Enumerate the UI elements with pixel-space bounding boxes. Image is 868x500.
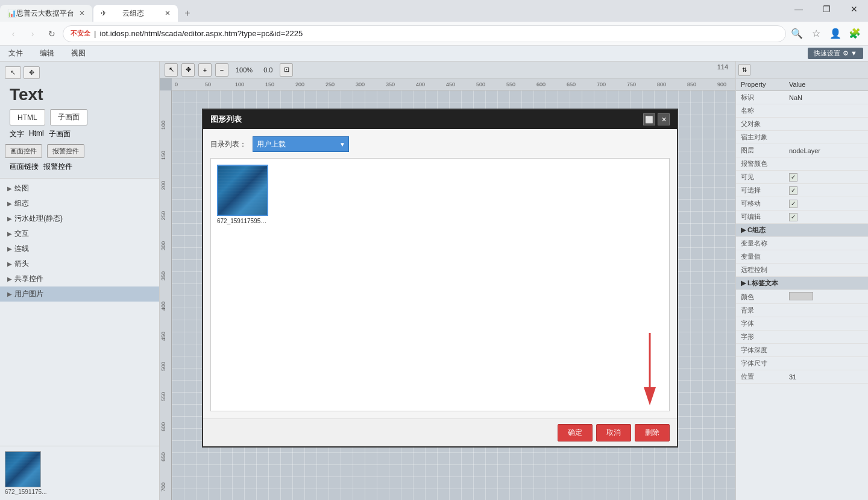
section-row-czutai: ▶ C组态: [736, 224, 868, 237]
tree-label-lianjie: 连线: [14, 244, 29, 254]
address-bar[interactable]: 不安全 | iot.idosp.net/html/scada/editor.as…: [63, 25, 786, 42]
sidebar-toolbar-row: ↖ ✥: [5, 66, 154, 79]
svg-marker-1: [644, 387, 656, 405]
row-zitishendu: 字体深度: [736, 344, 868, 357]
image-item-1[interactable]: 672_1591175953.jp: [217, 165, 268, 224]
ruler-v-tick-450: 450: [160, 332, 166, 341]
text-label: Text: [5, 83, 154, 107]
tree-item-huitu[interactable]: ▶ 绘图: [0, 181, 159, 196]
ruler-v-tick-700: 700: [160, 483, 166, 492]
modal-filter-select[interactable]: 用户上载 系统图形 组态图形: [253, 136, 349, 152]
modal-images-area[interactable]: 672_1591175953.jp: [210, 158, 670, 411]
checkbox-kejian[interactable]: [789, 173, 797, 182]
tree-item-wushui[interactable]: ▶ 污水处理(静态): [0, 211, 159, 226]
modal-resize-button[interactable]: ⬜: [643, 113, 655, 125]
tree-item-zutai[interactable]: ▶ 组态: [0, 196, 159, 211]
ruler-v-tick-400: 400: [160, 302, 166, 311]
modal-cancel-button[interactable]: 取消: [596, 424, 631, 441]
tree-item-gongjian[interactable]: ▶ 共享控件: [0, 271, 159, 286]
cursor-canvas-button[interactable]: ↖: [165, 63, 178, 77]
main-layout: ↖ ✥ Text HTML 子画面 文字 Html 子画面 画面控件 报警控件 …: [0, 62, 868, 500]
zimianmian-button[interactable]: 子画面: [50, 109, 87, 125]
account-button[interactable]: 👤: [827, 25, 844, 42]
zoom-out-button[interactable]: −: [215, 63, 228, 77]
miankong-button[interactable]: 画面控件: [5, 144, 42, 158]
row-suzhdx: 宿主对象: [736, 131, 868, 144]
checkbox-kexuanze[interactable]: [789, 186, 797, 195]
val-kexuanze: [784, 184, 868, 197]
val-bianlzhi[interactable]: [784, 250, 868, 264]
baojing-button[interactable]: 报警控件: [47, 144, 84, 158]
tab-close-yunzutai[interactable]: ✕: [165, 9, 171, 17]
modal-delete-button[interactable]: 删除: [635, 424, 670, 441]
section-czutai: ▶ C组态: [736, 224, 868, 237]
col-property: Property: [736, 78, 784, 91]
modal-confirm-button[interactable]: 确定: [558, 424, 593, 441]
tab-yunzutai[interactable]: ✈ 云组态 ✕: [93, 5, 178, 22]
preview-water-image: [5, 452, 40, 487]
input-bianlzhi[interactable]: [789, 253, 863, 261]
row-baojingys: 报警颜色: [736, 157, 868, 171]
refresh-button[interactable]: ↻: [43, 25, 60, 42]
menu-edit[interactable]: 编辑: [36, 47, 58, 60]
html-button[interactable]: HTML: [10, 109, 45, 125]
tree-item-lianjie[interactable]: ▶ 连线: [0, 241, 159, 256]
tree-item-yonghutp[interactable]: ▶ 用户图片: [0, 286, 159, 302]
move-canvas-button[interactable]: ✥: [181, 63, 195, 77]
checkbox-kebianji[interactable]: [789, 213, 797, 221]
menu-file[interactable]: 文件: [5, 47, 27, 60]
forward-button[interactable]: ›: [24, 25, 41, 42]
input-mingcheng[interactable]: [789, 107, 863, 115]
key-tuceng: 图层: [736, 144, 784, 157]
key-keyidong: 可移动: [736, 197, 784, 210]
tab-add-button[interactable]: +: [179, 5, 196, 22]
val-yanse: [784, 290, 868, 304]
bookmark-button[interactable]: ☆: [808, 25, 825, 42]
image-thumb-1[interactable]: [217, 165, 268, 216]
tree-label-wushui: 污水处理(静态): [14, 214, 63, 224]
val-weizhi: 31: [784, 370, 868, 384]
maximize-button[interactable]: ❐: [813, 0, 840, 18]
left-sidebar: ↖ ✥ Text HTML 子画面 文字 Html 子画面 画面控件 报警控件 …: [0, 62, 160, 500]
tree-item-jiaohu[interactable]: ▶ 交互: [0, 226, 159, 241]
quick-settings-button[interactable]: 快速设置 ⚙ ▼: [808, 48, 863, 59]
properties-header-row: Property Value: [736, 78, 868, 91]
minimize-button[interactable]: —: [785, 0, 813, 18]
sidebar-labels2-row: 画面链接 报警控件: [5, 160, 154, 173]
section-lbqwb: ▶ L标签文本: [736, 277, 868, 290]
row-tuceng: 图层 nodeLayer: [736, 144, 868, 157]
zoom-in-button[interactable]: +: [198, 63, 212, 77]
val-fudx: [784, 118, 868, 131]
color-swatch-yanse[interactable]: [789, 292, 813, 300]
ruler-v-tick-500: 500: [160, 362, 166, 371]
rp-sort-button[interactable]: ⇅: [738, 64, 750, 76]
tab-sipucloud[interactable]: 📊 思普云大数据平台 ✕: [0, 5, 92, 22]
fit-canvas-button[interactable]: ⊡: [280, 63, 293, 77]
tree-item-jiantou[interactable]: ▶ 箭头: [0, 256, 159, 271]
menu-view[interactable]: 视图: [68, 47, 89, 60]
back-button[interactable]: ‹: [5, 25, 22, 42]
search-nav-button[interactable]: 🔍: [788, 25, 805, 42]
ruler-v-tick-350: 350: [160, 271, 166, 280]
modal-window-controls: ⬜ ✕: [643, 113, 670, 125]
close-button[interactable]: ✕: [840, 0, 868, 18]
ruler-horizontal: 0 50 100 150 200 250 300 350 400 450 500…: [172, 78, 735, 90]
modal-filter-label: 目录列表：: [210, 139, 247, 150]
arrow-icon-jiantou: ▶: [7, 261, 12, 267]
checkbox-keyidong[interactable]: [789, 200, 797, 208]
row-bianlmingc: 变量名称: [736, 237, 868, 250]
val-yuanchkz[interactable]: [784, 264, 868, 277]
ruler-h-tick-350: 350: [386, 81, 395, 87]
move-tool-button[interactable]: ✥: [24, 66, 40, 79]
tab-close-sipucloud[interactable]: ✕: [79, 9, 85, 17]
input-bianlmingc[interactable]: [789, 240, 863, 247]
modal-close-button[interactable]: ✕: [658, 113, 670, 125]
val-bianlmingc[interactable]: [784, 237, 868, 250]
cursor-tool-button[interactable]: ↖: [5, 66, 21, 79]
nav-bar: ‹ › ↻ 不安全 | iot.idosp.net/html/scada/edi…: [0, 22, 868, 46]
input-yuanchkz[interactable]: [789, 267, 863, 274]
val-mingcheng[interactable]: [784, 104, 868, 118]
canvas-toolbar: ↖ ✥ + − 100% 0.0 ⊡: [160, 62, 735, 78]
canvas-content[interactable]: 图形列表 ⬜ ✕ 目录列表：: [172, 90, 735, 500]
extension-button[interactable]: 🧩: [846, 25, 863, 42]
